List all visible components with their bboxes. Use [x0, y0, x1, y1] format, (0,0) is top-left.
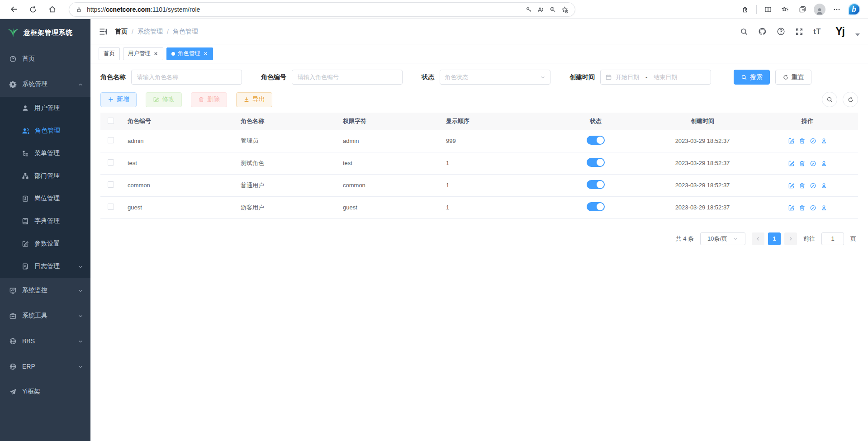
next-page-button[interactable] [784, 232, 797, 245]
browser-refresh-button[interactable] [25, 2, 41, 17]
row-edit-icon[interactable] [788, 204, 795, 211]
status-toggle[interactable] [587, 158, 605, 167]
row-delete-icon[interactable] [799, 181, 806, 189]
row-permission-icon[interactable] [810, 181, 816, 189]
status-toggle[interactable] [587, 136, 605, 145]
row-checkbox[interactable] [108, 204, 114, 210]
modify-button[interactable]: 修改 [146, 92, 182, 107]
row-assign-user-icon[interactable] [821, 204, 827, 211]
favorites-hub-icon[interactable] [778, 2, 793, 17]
goto-label: 前往 [803, 235, 815, 243]
app-logo[interactable]: 意框架管理系统 [0, 19, 90, 46]
trash-icon [198, 96, 204, 103]
header-search-icon[interactable] [740, 28, 748, 36]
site-lock-icon[interactable] [76, 5, 82, 14]
reset-button[interactable]: 重置 [775, 70, 811, 85]
sidebar-collapse-icon[interactable] [99, 27, 108, 36]
col-status: 状态 [543, 113, 648, 130]
toolbox-icon [9, 312, 17, 320]
date-range-picker[interactable]: 开始日期 - 结束日期 [600, 70, 711, 85]
tab-role-mgmt[interactable]: 角色管理 [166, 47, 213, 60]
browser-profile-avatar[interactable] [812, 2, 827, 17]
sidebar-item-yi-framework[interactable]: Yi框架 [0, 379, 90, 404]
cell-perm-string: test [336, 152, 439, 174]
page-number-current[interactable]: 1 [768, 232, 781, 245]
breadcrumb-home[interactable]: 首页 [115, 28, 128, 36]
sidebar-item-role-mgmt[interactable]: 角色管理 [0, 119, 90, 142]
status-toggle[interactable] [587, 202, 605, 211]
user-avatar-logo[interactable]: Yj [835, 25, 844, 38]
row-assign-user-icon[interactable] [821, 159, 827, 166]
row-permission-icon[interactable] [810, 204, 816, 211]
bing-copilot-icon[interactable]: b [846, 2, 862, 17]
role-code-input[interactable] [292, 70, 403, 85]
breadcrumb-section[interactable]: 系统管理 [138, 28, 163, 36]
browser-home-button[interactable] [44, 2, 60, 17]
show-search-toggle-button[interactable] [822, 92, 837, 107]
sidebar-item-dict-mgmt[interactable]: 字典管理 [0, 210, 90, 232]
font-size-icon[interactable]: tT [813, 28, 821, 36]
delete-button[interactable]: 删除 [191, 92, 227, 107]
menu-tree-icon [22, 150, 29, 157]
address-bar[interactable]: https://ccnetcore.com:1101/system/role [69, 2, 575, 17]
sidebar-item-system-mgmt[interactable]: 系统管理 [0, 71, 90, 97]
sidebar-item-log-mgmt[interactable]: 日志管理 [0, 255, 90, 278]
sidebar-item-post-mgmt[interactable]: 岗位管理 [0, 187, 90, 210]
page-size-select[interactable]: 10条/页 [700, 232, 745, 245]
refresh-table-button[interactable] [843, 92, 858, 107]
prev-page-button[interactable] [752, 232, 764, 245]
tab-home[interactable]: 首页 [99, 47, 120, 60]
col-display-order: 显示顺序 [439, 113, 543, 130]
github-icon[interactable] [758, 27, 767, 36]
row-checkbox[interactable] [108, 137, 114, 143]
row-delete-icon[interactable] [799, 204, 806, 211]
row-checkbox[interactable] [108, 181, 114, 188]
password-key-icon[interactable] [525, 5, 532, 14]
sidebar-item-dept-mgmt[interactable]: 部门管理 [0, 165, 90, 187]
collections-icon[interactable] [795, 2, 810, 17]
status-select[interactable]: 角色状态 [440, 70, 550, 85]
row-assign-user-icon[interactable] [821, 181, 827, 189]
browser-settings-menu-icon[interactable] [829, 2, 844, 17]
row-edit-icon[interactable] [788, 181, 795, 189]
badge-icon [22, 195, 29, 202]
table-row: test测试角色test12023-03-29 18:52:37 [100, 152, 858, 174]
row-edit-icon[interactable] [788, 137, 795, 144]
select-all-checkbox[interactable] [108, 118, 114, 124]
row-permission-icon[interactable] [810, 159, 816, 166]
read-aloud-icon[interactable] [537, 5, 545, 13]
sidebar-item-bbs[interactable]: BBS [0, 328, 90, 354]
row-assign-user-icon[interactable] [821, 137, 827, 144]
sidebar: 意框架管理系统 首页 系统管理 用户管理 角色管理 菜单管理 [0, 19, 90, 441]
goto-page-input[interactable] [821, 232, 844, 245]
sidebar-item-system-tools[interactable]: 系统工具 [0, 303, 90, 328]
row-delete-icon[interactable] [799, 137, 806, 144]
sidebar-item-system-monitor[interactable]: 系统监控 [0, 278, 90, 303]
sidebar-item-home[interactable]: 首页 [0, 46, 90, 71]
globe-icon [9, 337, 17, 345]
sidebar-item-erp[interactable]: ERP [0, 354, 90, 379]
row-checkbox[interactable] [108, 159, 114, 166]
row-edit-icon[interactable] [788, 159, 795, 166]
close-icon[interactable] [153, 51, 158, 56]
sidebar-item-menu-mgmt[interactable]: 菜单管理 [0, 142, 90, 165]
export-button[interactable]: 导出 [236, 92, 272, 107]
status-toggle[interactable] [587, 180, 605, 189]
close-icon[interactable] [203, 51, 208, 56]
add-favorite-icon[interactable] [561, 5, 569, 13]
sidebar-item-param-settings[interactable]: 参数设置 [0, 232, 90, 255]
search-button[interactable]: 搜索 [734, 70, 770, 85]
add-button[interactable]: 新增 [100, 92, 137, 107]
avatar-caret-down-icon[interactable] [855, 33, 860, 36]
role-name-input[interactable] [131, 70, 242, 85]
tab-user-mgmt[interactable]: 用户管理 [123, 47, 163, 60]
zoom-out-icon[interactable] [549, 5, 556, 14]
extensions-icon[interactable] [737, 2, 753, 17]
split-screen-icon[interactable] [760, 2, 776, 17]
fullscreen-icon[interactable] [795, 28, 803, 36]
row-delete-icon[interactable] [799, 159, 806, 166]
sidebar-item-user-mgmt[interactable]: 用户管理 [0, 97, 90, 119]
help-icon[interactable] [777, 27, 785, 36]
row-permission-icon[interactable] [810, 137, 816, 144]
browser-back-button[interactable] [6, 2, 22, 17]
